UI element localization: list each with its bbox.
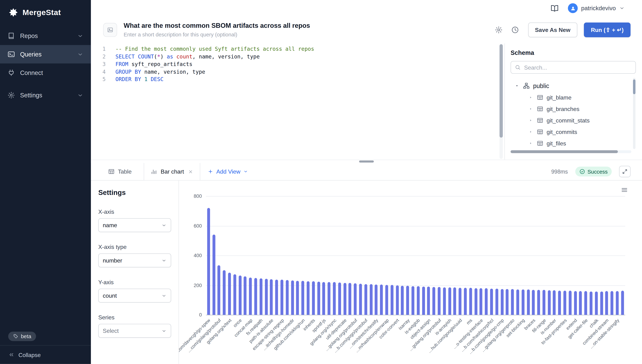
chart-bar[interactable] (218, 266, 220, 315)
chart-bar[interactable] (406, 286, 409, 315)
chart-bar[interactable] (238, 276, 242, 315)
chart-bar[interactable] (312, 281, 315, 315)
chart-bar[interactable] (542, 290, 545, 315)
chart-bar[interactable] (553, 290, 556, 315)
chart-bar[interactable] (390, 285, 394, 315)
chart-bar[interactable] (610, 291, 614, 315)
chart-bar[interactable] (354, 283, 357, 315)
chart-bar[interactable] (260, 278, 262, 315)
expand-results-button[interactable] (619, 166, 630, 177)
chart-bar[interactable] (328, 282, 330, 315)
chart-bar[interactable] (584, 291, 587, 315)
user-menu[interactable]: patrickdevivo (568, 3, 625, 13)
chart-bar[interactable] (244, 276, 247, 315)
chart-bar[interactable] (516, 290, 519, 315)
chart-bar[interactable] (485, 288, 488, 315)
chart-bar[interactable] (464, 288, 467, 315)
chart-bar[interactable] (275, 280, 278, 315)
chart-bar[interactable] (291, 280, 294, 315)
chart-bar[interactable] (348, 283, 352, 315)
chart-bar[interactable] (401, 286, 404, 315)
sidebar-collapse-button[interactable]: Collapse (0, 345, 91, 364)
chart-bar[interactable] (590, 292, 592, 315)
y-axis-select[interactable]: count (98, 289, 171, 303)
chart-bar[interactable] (564, 291, 566, 315)
chart-bar[interactable] (380, 284, 383, 315)
chart-bar[interactable] (548, 290, 550, 315)
query-settings-icon[interactable] (494, 26, 503, 34)
chart-bar[interactable] (537, 290, 540, 315)
chart-bar[interactable] (432, 287, 435, 315)
sidebar-item-repos[interactable]: Repos (0, 26, 91, 45)
save-as-new-button[interactable]: Save As New (528, 22, 577, 37)
chart-bar[interactable] (322, 282, 325, 315)
chart-bar[interactable] (385, 285, 388, 315)
query-history-icon[interactable] (511, 26, 519, 34)
schema-table-git_blame[interactable]: git_blame (510, 92, 636, 103)
chart-bar[interactable] (621, 291, 624, 315)
chart-bar[interactable] (569, 291, 572, 315)
schema-horizontal-scrollbar[interactable] (510, 150, 632, 153)
chart-bar[interactable] (254, 278, 257, 315)
pane-resize-handle[interactable] (359, 160, 374, 162)
chart-bar[interactable] (359, 284, 362, 315)
chart-bar[interactable] (317, 282, 320, 315)
chart-bar[interactable] (396, 285, 399, 315)
schema-search-input[interactable] (510, 61, 636, 74)
chart-bar[interactable] (616, 291, 619, 315)
schema-table-git_branches[interactable]: git_branches (510, 103, 636, 114)
schema-table-git_files[interactable]: git_files (510, 138, 636, 149)
chart-bar[interactable] (532, 290, 535, 315)
chart-bar[interactable] (280, 280, 283, 315)
chart-bar[interactable] (364, 284, 367, 315)
chart-bar[interactable] (490, 289, 493, 315)
chart-bar[interactable] (286, 280, 288, 315)
chart-bar[interactable] (233, 274, 236, 315)
run-button[interactable]: Run (⇧ + ↵) (584, 22, 630, 37)
chart-bar[interactable] (375, 284, 378, 315)
chart-bar[interactable] (344, 283, 346, 315)
chart-bar[interactable] (438, 287, 440, 315)
x-axis-select[interactable]: name (98, 218, 171, 232)
chart-bar[interactable] (296, 281, 299, 315)
chart-bar[interactable] (606, 291, 608, 315)
chart-bar[interactable] (600, 292, 603, 315)
chart-bar[interactable] (469, 288, 472, 315)
chart-bar[interactable] (522, 290, 524, 315)
app-logo[interactable]: MergeStat (0, 0, 91, 24)
query-title[interactable]: What are the most common SBOM artifacts … (124, 22, 310, 30)
series-select[interactable]: Select (98, 324, 171, 338)
editor-scrollbar[interactable] (500, 44, 503, 159)
chart-bar[interactable] (422, 286, 425, 315)
chart-bar[interactable] (558, 291, 561, 315)
tab-bar-chart[interactable]: Bar chart (144, 163, 200, 180)
chart-bar[interactable] (417, 286, 420, 315)
chart-bar[interactable] (511, 289, 514, 315)
chart-bar[interactable] (448, 288, 451, 315)
chart-bar[interactable] (338, 282, 341, 315)
chart-bar[interactable] (270, 279, 273, 315)
chart-bar[interactable] (207, 208, 210, 315)
chart-bar[interactable] (265, 279, 268, 315)
chart-bar[interactable] (579, 291, 582, 315)
add-view-button[interactable]: Add View (208, 163, 248, 180)
chart-bar[interactable] (412, 286, 414, 315)
query-icon-button[interactable] (103, 23, 117, 37)
sql-code[interactable]: 1-- Find the most commonly used Syft art… (91, 45, 504, 84)
chart-bar[interactable] (223, 270, 226, 315)
chart-bar[interactable] (500, 289, 504, 315)
chart-bar[interactable] (302, 281, 304, 315)
chart-bar[interactable] (370, 284, 372, 315)
schema-table-git_commit_stats[interactable]: git_commit_stats (510, 114, 636, 126)
schema-vscroll-thumb[interactable] (633, 80, 636, 94)
chart-bar[interactable] (595, 292, 598, 315)
schema-vertical-scrollbar[interactable] (633, 78, 636, 149)
sql-editor[interactable]: 1-- Find the most commonly used Syft art… (91, 44, 504, 160)
sidebar-item-settings[interactable]: Settings (0, 86, 91, 104)
close-tab-icon[interactable] (188, 169, 194, 174)
schema-tree-root[interactable]: public (510, 80, 636, 92)
chart-bar[interactable] (527, 290, 530, 315)
chart-bar[interactable] (249, 278, 252, 315)
chart-bar[interactable] (495, 289, 498, 315)
chart-bar[interactable] (333, 282, 336, 315)
